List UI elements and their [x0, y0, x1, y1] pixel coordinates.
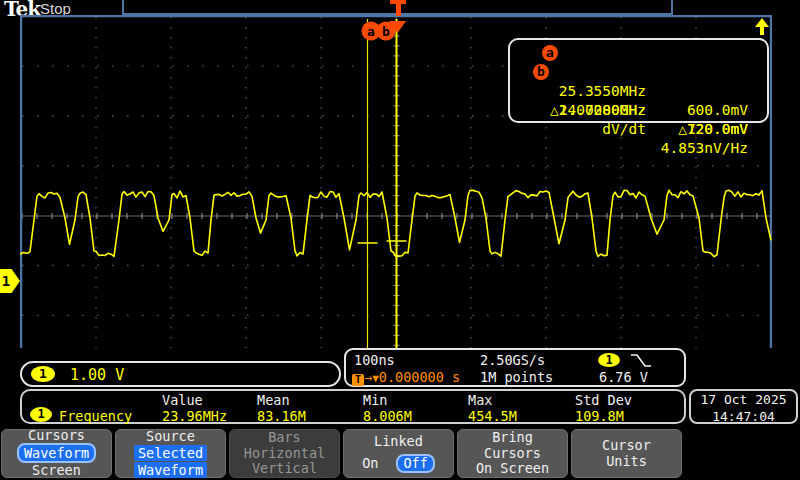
- arrow-right-icon: →: [364, 369, 372, 385]
- channel1-ground-label: 1: [0, 269, 12, 293]
- oscilloscope-screen: Tek Stop ab 1 a 25.3550MHz 600.0mV b 1.0…: [0, 0, 800, 480]
- header-value: Value: [162, 392, 203, 408]
- option-vertical: Vertical: [252, 461, 317, 477]
- bring-line1: Bring: [492, 430, 533, 446]
- header-mean: Mean: [257, 392, 290, 408]
- cursor-a-badge-icon: a: [542, 45, 558, 61]
- measurement-min: 8.006M: [363, 408, 412, 424]
- measurement-mean: 83.16M: [257, 408, 306, 424]
- menu-cursor-units-button[interactable]: Cursor Units: [571, 429, 682, 478]
- menu-linked-button[interactable]: Linked On Off: [343, 429, 454, 478]
- trigger-level: 6.76 V: [599, 369, 648, 385]
- falling-edge-icon: [630, 354, 652, 367]
- menu-bring-cursors-button[interactable]: Bring Cursors On Screen: [457, 429, 568, 478]
- measurement-stddev: 109.8M: [575, 408, 624, 424]
- option-off[interactable]: Off: [396, 454, 434, 474]
- horizontal-readout-box: 100ns 2.50GS/s 1 T→▼0.000000 s 1M points…: [344, 348, 686, 387]
- option-selected[interactable]: Selected: [134, 445, 207, 461]
- cursor-b-badge-icon: b: [533, 64, 549, 80]
- option-screen[interactable]: Screen: [32, 463, 81, 479]
- measurement-channel-badge: 1: [30, 407, 52, 422]
- channel1-scale-box[interactable]: 1 1.00 V: [20, 361, 341, 387]
- datetime-box: 17 Oct 2025 14:47:04: [689, 389, 798, 424]
- date: 17 Oct 2025: [691, 392, 796, 408]
- menu-cursors-title: Cursors: [28, 428, 85, 444]
- channel1-scale: 1.00 V: [70, 366, 124, 384]
- option-waveform[interactable]: Waveform: [17, 443, 96, 463]
- cursor-delta-row: △24.7280MHz △120.0mV: [518, 82, 759, 101]
- option-source-waveform[interactable]: Waveform: [134, 462, 207, 478]
- cursor-b-row: b 1.00000GHz 720.0mV: [518, 63, 759, 82]
- channel1-badge: 1: [31, 366, 55, 382]
- trigger-level-offscreen-arrow-icon: [755, 18, 769, 35]
- trigger-position-value: 0.000000 s: [379, 369, 460, 385]
- trigger-t-icon: T: [352, 374, 364, 386]
- header-min: Min: [363, 392, 387, 408]
- cursor-readout-box: a 25.3550MHz 600.0mV b 1.00000GHz 720.0m…: [508, 38, 769, 123]
- trigger-source-badge: 1: [598, 353, 620, 367]
- time-per-division: 100ns: [354, 352, 395, 368]
- menu-linked-title: Linked: [374, 434, 423, 450]
- option-horizontal: Horizontal: [244, 446, 325, 462]
- trigger-position-readout: T→▼0.000000 s: [352, 369, 460, 386]
- header-stddev: Std Dev: [575, 392, 632, 408]
- arrow-down-icon: ▼: [372, 372, 379, 385]
- menu-bars-button: Bars Horizontal Vertical: [229, 429, 340, 478]
- dvdt-value: 4.853nV/Hz: [648, 139, 748, 158]
- cursor-delta-voltage: △120.0mV: [648, 120, 748, 139]
- units-line2: Units: [606, 454, 647, 470]
- header-max: Max: [468, 392, 492, 408]
- channel1-ground-marker[interactable]: 1: [0, 269, 20, 293]
- bring-line2: Cursors: [484, 446, 541, 462]
- cursor-b-marker-label: b: [382, 24, 390, 39]
- menu-bars-title: Bars: [268, 430, 301, 446]
- menu-cursors-button[interactable]: Cursors Waveform Screen: [1, 429, 112, 478]
- menu-source-button[interactable]: Source Selected Waveform: [115, 429, 226, 478]
- cursor-a-marker-label: a: [367, 24, 375, 39]
- sample-rate: 2.50GS/s: [480, 352, 545, 368]
- measurement-bar: 1 Frequency Value Mean Min Max Std Dev 2…: [20, 389, 686, 424]
- measurement-name: Frequency: [59, 408, 132, 424]
- cursor-a-row: a 25.3550MHz 600.0mV: [518, 44, 759, 63]
- trigger-position-icon[interactable]: [386, 0, 412, 16]
- measurement-max: 454.5M: [468, 408, 517, 424]
- option-on[interactable]: On: [362, 456, 378, 472]
- cursor-dvdt-row: dV/dt 4.853nV/Hz: [518, 101, 759, 120]
- bring-line3: On Screen: [476, 461, 549, 477]
- dvdt-label: dV/dt: [518, 120, 646, 139]
- menu-source-title: Source: [146, 429, 195, 445]
- units-line1: Cursor: [602, 438, 651, 454]
- measurement-value: 23.96MHz: [162, 408, 227, 424]
- record-length: 1M points: [480, 369, 553, 385]
- time: 14:47:04: [691, 409, 796, 425]
